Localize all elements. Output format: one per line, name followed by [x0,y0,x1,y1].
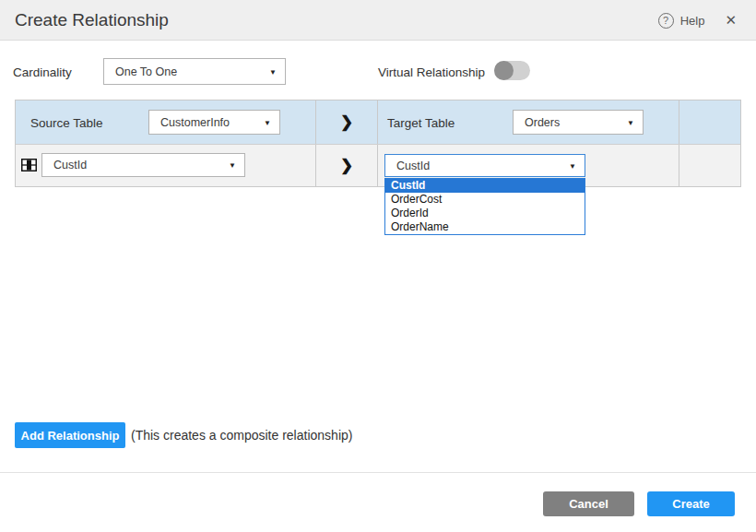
target-table-cell: Target Table Orders ▼ [378,100,679,144]
dropdown-option-orderid[interactable]: OrderId [385,207,585,220]
direction-cell: ❯ [316,145,378,186]
help-link[interactable]: Help [680,14,705,28]
target-table-label: Target Table [387,115,455,129]
target-column-dropdown-list: CustId OrderCost OrderId OrderName [384,178,585,235]
column-mapping-row: CustId ▼ ❯ CustId ▼ [16,145,740,186]
target-column-select[interactable]: CustId ▼ [384,154,585,177]
dropdown-option-ordername[interactable]: OrderName [385,220,585,234]
source-column-select[interactable]: CustId ▼ [41,153,245,177]
row-empty-cell [679,145,740,186]
cancel-button[interactable]: Cancel [543,491,634,516]
virtual-relationship-label: Virtual Relationship [378,65,485,79]
relationship-mapping-table: Source Table CustomerInfo ▼ ❯ Target Tab… [15,100,741,187]
dropdown-arrow-icon: ▼ [569,161,576,170]
target-column-select-value: CustId [396,160,430,172]
table-icon [21,159,37,171]
cardinality-select-value: One To One [115,65,177,78]
header-empty-cell [679,100,740,144]
help-icon[interactable]: ? [658,13,674,29]
add-relationship-button[interactable]: Add Relationship [15,422,125,448]
chevron-right-icon: ❯ [340,156,353,175]
page-title: Create Relationship [15,0,169,41]
dropdown-arrow-icon: ▼ [264,118,271,126]
source-column-select-value: CustId [53,159,87,171]
dropdown-arrow-icon: ▼ [627,118,634,126]
source-table-select[interactable]: CustomerInfo ▼ [148,110,280,135]
source-table-cell: Source Table CustomerInfo ▼ [16,100,316,144]
dropdown-arrow-icon: ▼ [229,161,236,170]
composite-relationship-note: (This creates a composite relationship) [131,428,352,443]
source-table-select-value: CustomerInfo [160,116,230,129]
create-button[interactable]: Create [647,491,735,516]
dropdown-arrow-icon: ▼ [269,67,277,76]
create-relationship-dialog: Create Relationship ? Help ✕ Cardinality… [0,0,756,532]
titlebar-actions: ? Help ✕ [658,0,756,41]
chevron-right-icon: ❯ [340,112,353,132]
direction-cell: ❯ [316,100,378,144]
cardinality-select[interactable]: One To One ▼ [103,58,286,85]
target-table-select-value: Orders [525,116,560,129]
source-column-cell: CustId ▼ [16,145,316,186]
dropdown-option-custid[interactable]: CustId [385,179,585,193]
source-table-label: Source Table [30,115,103,129]
virtual-relationship-toggle[interactable] [494,61,530,80]
close-icon[interactable]: ✕ [725,12,737,29]
toggle-knob [494,61,514,80]
cardinality-label: Cardinality [13,65,72,79]
table-header-row: Source Table CustomerInfo ▼ ❯ Target Tab… [16,100,740,145]
dialog-titlebar: Create Relationship ? Help ✕ [0,0,756,41]
footer-divider [0,472,756,473]
target-table-select[interactable]: Orders ▼ [513,110,644,135]
dropdown-option-ordercost[interactable]: OrderCost [385,193,585,207]
